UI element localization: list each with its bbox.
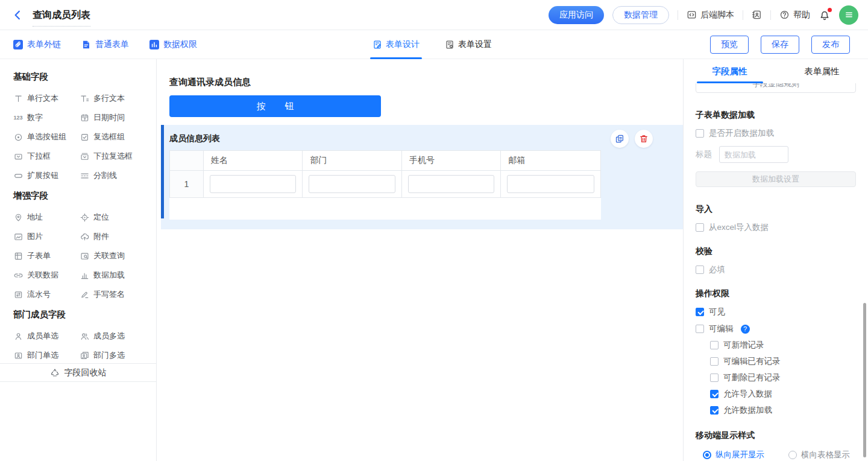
cell-input-phone[interactable] bbox=[408, 175, 495, 193]
attachment-icon bbox=[80, 232, 89, 241]
title-field-label: 标题 bbox=[696, 149, 712, 160]
data-load-title-input[interactable] bbox=[719, 146, 788, 163]
field-item-linked-query[interactable]: 关联查询 bbox=[80, 246, 146, 265]
backend-script-button[interactable]: 后端脚本 bbox=[687, 10, 734, 21]
checkbox[interactable] bbox=[710, 341, 719, 349]
checkbox[interactable] bbox=[696, 223, 704, 232]
extend-button-icon bbox=[13, 171, 23, 180]
contacts-button[interactable] bbox=[752, 10, 762, 20]
field-item-divider[interactable]: 分割线 bbox=[80, 166, 146, 185]
save-button[interactable]: 保存 bbox=[761, 36, 799, 54]
perm-editable-row[interactable]: 可编辑 bbox=[696, 323, 856, 334]
help-question-icon[interactable] bbox=[741, 325, 750, 334]
help-button[interactable]: 帮助 bbox=[779, 10, 810, 21]
linked-data-icon bbox=[13, 271, 23, 280]
field-item-dept-single[interactable]: 部门单选 bbox=[13, 346, 80, 365]
select-icon bbox=[13, 152, 23, 161]
field-item-location[interactable]: 定位 bbox=[80, 208, 146, 227]
form-external-link[interactable]: 表单外链 bbox=[13, 39, 61, 50]
radio-vertical-expand[interactable]: 纵向展开显示 bbox=[703, 450, 764, 460]
delete-field-button[interactable] bbox=[635, 130, 653, 148]
cell-input-name[interactable] bbox=[210, 175, 297, 193]
radio-horizontal-table[interactable]: 横向表格显示 bbox=[788, 450, 850, 460]
help-label: 帮助 bbox=[793, 10, 810, 21]
user-avatar[interactable] bbox=[839, 5, 858, 25]
checkbox[interactable] bbox=[696, 265, 704, 274]
enable-data-load-row[interactable]: 是否开启数据加载 bbox=[696, 128, 856, 139]
checkbox[interactable] bbox=[710, 357, 719, 366]
app-access-button[interactable]: 应用访问 bbox=[549, 6, 604, 24]
normal-form-link[interactable]: 普通表单 bbox=[81, 39, 129, 50]
field-item-serial-number[interactable]: 流水号 bbox=[13, 285, 80, 304]
field-item-multi-line-text[interactable]: 多行文本 bbox=[80, 89, 146, 108]
perm-allow-import-row[interactable]: 允许导入数据 bbox=[710, 389, 856, 399]
field-item-linked-data[interactable]: 关联数据 bbox=[13, 265, 80, 285]
perm-delete-record-row[interactable]: 可删除已有记录 bbox=[710, 372, 856, 383]
field-recycle-bin[interactable]: 字段回收站 bbox=[0, 363, 156, 382]
field-item-datetime[interactable]: 日期时间 bbox=[80, 108, 146, 127]
image-icon bbox=[13, 232, 23, 241]
perm-add-record-row[interactable]: 可新增记录 bbox=[710, 340, 856, 351]
tab-field-properties[interactable]: 字段属性 bbox=[684, 59, 776, 83]
form-title[interactable]: 查询通讯录成员信息 bbox=[169, 77, 683, 88]
field-item-signature[interactable]: 手写签名 bbox=[80, 285, 146, 304]
field-item-single-line-text[interactable]: 单行文本 bbox=[13, 89, 80, 108]
form-link-label: 表单外链 bbox=[27, 39, 61, 50]
multi-line-text-icon bbox=[80, 94, 89, 103]
field-item-checkbox-group[interactable]: 复选框组 bbox=[80, 127, 146, 147]
tab-form-design[interactable]: 表单设计 bbox=[373, 30, 420, 59]
publish-button[interactable]: 发布 bbox=[811, 36, 850, 54]
normal-form-label: 普通表单 bbox=[95, 39, 129, 50]
subform-field-selected[interactable]: 成员信息列表 姓名 部门 手机号 邮箱 1 bbox=[161, 125, 683, 229]
copy-field-button[interactable] bbox=[611, 130, 629, 148]
field-item-number[interactable]: 123数字 bbox=[13, 108, 80, 127]
trash-icon bbox=[639, 134, 649, 144]
field-item-member-single[interactable]: 成员单选 bbox=[13, 326, 80, 346]
field-visibility-rules-button[interactable]: 字段显隐规则 bbox=[696, 83, 856, 93]
perm-visible-row[interactable]: 可见 bbox=[696, 307, 856, 317]
data-load-settings-button[interactable]: 数据加载设置 bbox=[696, 171, 856, 187]
cell-input-dept[interactable] bbox=[309, 175, 395, 193]
excel-import-row[interactable]: 从excel导入数据 bbox=[696, 222, 856, 233]
form-button-field[interactable]: 按 钮 bbox=[169, 95, 381, 117]
properties-scroll-area: 字段显隐规则 子表单数据加载 是否开启数据加载 标题 数据加载设置 导入 从ex… bbox=[684, 83, 868, 461]
dept-multi-icon bbox=[80, 351, 89, 360]
field-item-address[interactable]: 地址 bbox=[13, 208, 80, 227]
perm-allow-data-load-row[interactable]: 允许数据加载 bbox=[710, 405, 856, 416]
checkbox[interactable] bbox=[696, 325, 704, 333]
checkbox[interactable] bbox=[710, 390, 719, 398]
radio-icon[interactable] bbox=[703, 451, 711, 459]
cell-input-email[interactable] bbox=[507, 175, 594, 193]
required-row[interactable]: 必填 bbox=[696, 264, 856, 275]
field-item-attachment[interactable]: 附件 bbox=[80, 227, 146, 246]
field-item-image[interactable]: 图片 bbox=[13, 227, 80, 246]
field-item-select[interactable]: 下拉框 bbox=[13, 147, 80, 166]
field-item-member-multi[interactable]: 成员多选 bbox=[80, 326, 146, 346]
preview-button[interactable]: 预览 bbox=[710, 36, 749, 54]
subform-footer-area bbox=[169, 198, 601, 220]
row-number-header bbox=[170, 151, 204, 170]
field-item-data-load[interactable]: 数据加载 bbox=[80, 265, 146, 285]
recycle-icon bbox=[50, 368, 60, 378]
checkbox[interactable] bbox=[710, 374, 719, 382]
data-permission-link[interactable]: 数据权限 bbox=[149, 39, 197, 50]
radio-icon[interactable] bbox=[788, 451, 797, 459]
notification-bell[interactable] bbox=[819, 9, 831, 21]
single-line-text-icon bbox=[13, 94, 23, 103]
field-item-dept-multi[interactable]: 部门多选 bbox=[80, 346, 146, 365]
field-item-multi-select[interactable]: 下拉复选框 bbox=[80, 147, 146, 166]
data-manage-button[interactable]: 数据管理 bbox=[612, 6, 669, 24]
field-item-extend-button[interactable]: 扩展按钮 bbox=[13, 166, 80, 185]
perm-edit-record-row[interactable]: 可编辑已有记录 bbox=[710, 356, 856, 367]
tab-form-settings[interactable]: 表单设置 bbox=[445, 30, 492, 59]
checkbox[interactable] bbox=[696, 308, 704, 316]
tab-form-properties[interactable]: 表单属性 bbox=[776, 59, 868, 83]
field-item-subform[interactable]: 子表单 bbox=[13, 246, 80, 265]
field-palette-sidebar: 基础字段 单行文本 多行文本 123数字 日期时间 单选按钮组 复选框组 下拉框… bbox=[0, 59, 157, 461]
field-item-radio-group[interactable]: 单选按钮组 bbox=[13, 127, 80, 147]
panel-scrollbar[interactable] bbox=[863, 303, 866, 457]
page-title[interactable]: 查询成员列表 bbox=[33, 9, 90, 27]
checkbox[interactable] bbox=[696, 129, 704, 138]
checkbox[interactable] bbox=[710, 406, 719, 415]
back-button[interactable] bbox=[12, 10, 23, 21]
